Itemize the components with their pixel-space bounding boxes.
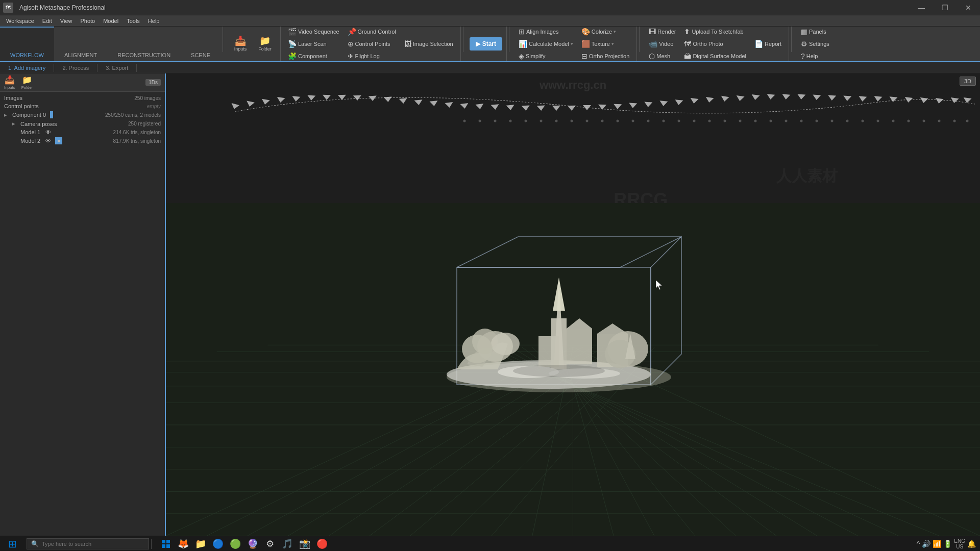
- svg-marker-11: [399, 98, 408, 104]
- control-points-button[interactable]: ⊕ Control Points: [345, 38, 399, 49]
- menu-photo[interactable]: Photo: [76, 17, 99, 25]
- menu-workspace[interactable]: Workspace: [2, 17, 38, 25]
- colorize-icon: 🎨: [581, 28, 590, 36]
- component-button[interactable]: 🧩 Component: [285, 51, 342, 62]
- colorize-button[interactable]: 🎨 Colorize ▾: [578, 26, 632, 37]
- svg-marker-20: [537, 106, 546, 111]
- help-button[interactable]: ? Help: [798, 51, 832, 62]
- svg-marker-41: [859, 96, 867, 102]
- close-button[interactable]: ✕: [957, 0, 980, 15]
- tray-network[interactable]: 📶: [933, 540, 941, 548]
- ortho-projection-button[interactable]: ⊟ Ortho Projection: [578, 51, 632, 62]
- svg-marker-25: [614, 104, 622, 110]
- tab-reconstruction[interactable]: RECONSTRUCTION: [107, 27, 181, 61]
- toolbar-divider-5: [791, 27, 792, 52]
- tray-battery[interactable]: 🔋: [943, 540, 952, 548]
- viewport-3d[interactable]: www.rrcg.cn RRCG RRCG RRCG RRCG 人人素材 人人素…: [166, 73, 980, 536]
- app-icon: 🗺: [3, 3, 13, 13]
- render-button[interactable]: 🎞 Render: [646, 26, 679, 37]
- tree-item-model1[interactable]: Model 1 👁 214.6K tris, singleton: [2, 128, 163, 136]
- calculate-model-button[interactable]: 📊 Calculate Model ▾: [516, 38, 576, 49]
- flight-log-button[interactable]: ✈ Flight Log: [345, 51, 399, 62]
- search-bar[interactable]: 🔍: [27, 538, 149, 549]
- tree-item-images[interactable]: Images 250 images: [2, 94, 163, 102]
- svg-point-50: [479, 120, 481, 122]
- svg-point-78: [908, 120, 910, 122]
- maximize-button[interactable]: ❐: [933, 0, 957, 15]
- svg-point-69: [770, 120, 772, 122]
- svg-point-80: [938, 120, 941, 122]
- sidebar-inputs-icon: 📥: [5, 75, 15, 85]
- search-input[interactable]: [42, 541, 134, 547]
- image-selection-button[interactable]: 🖼 Image Selection: [401, 38, 456, 49]
- sidebar-folder-btn[interactable]: 📁 Folder: [21, 75, 33, 90]
- tab-scene[interactable]: SCENE: [181, 27, 220, 61]
- taskbar-browser2[interactable]: 🔵: [210, 536, 226, 552]
- start-button[interactable]: ⊞: [0, 536, 24, 552]
- mesh-button[interactable]: ⬡ Mesh: [646, 51, 679, 62]
- eye-icon-model1[interactable]: 👁: [45, 129, 51, 135]
- align-images-button[interactable]: ⊞ Align Images: [516, 26, 576, 37]
- settings-button[interactable]: ⚙ Settings: [798, 38, 832, 49]
- tab-alignment[interactable]: ALIGNMENT: [54, 27, 107, 61]
- svg-point-62: [663, 120, 665, 122]
- taskbar-explorer[interactable]: 📁: [192, 536, 209, 552]
- taskbar-app3[interactable]: ⚙: [262, 536, 278, 552]
- watermark-rrcg1: RRCG: [288, 212, 342, 234]
- texture-button[interactable]: 🟫 Texture ▾: [578, 38, 632, 49]
- sidebar-inputs-btn[interactable]: 📥 Inputs: [4, 75, 15, 90]
- simplify-button[interactable]: ◈ Simplify: [516, 51, 576, 62]
- taskbar-app4[interactable]: 🎵: [279, 536, 296, 552]
- panels-button[interactable]: ▦ Panels: [798, 26, 832, 37]
- watermark-people3: 人人素材: [776, 166, 838, 187]
- watermark-rrcg4: RRCG: [736, 351, 790, 372]
- taskbar-app5[interactable]: 📸: [297, 536, 313, 552]
- digital-surface-button[interactable]: 🏔 Digital Surface Model: [681, 51, 749, 62]
- tree-item-control-points[interactable]: Control points empty: [2, 102, 163, 110]
- main-area: 📥 Inputs 📁 Folder 1Ds Images 250 images …: [0, 73, 980, 536]
- laser-icon: 📡: [288, 40, 297, 48]
- upload-sketchfab-button[interactable]: ⬆ Upload To Sketchfab: [681, 26, 749, 37]
- taskbar-app1[interactable]: 🟢: [227, 536, 243, 552]
- svg-rect-129: [567, 329, 592, 364]
- tree-item-camera-poses[interactable]: ▸ Camera poses 250 registered: [2, 119, 163, 128]
- taskbar-app2[interactable]: 🔮: [244, 536, 261, 552]
- menu-model[interactable]: Model: [99, 17, 122, 25]
- taskbar-app6[interactable]: 🔴: [314, 536, 330, 552]
- points-icon: ⊕: [348, 40, 354, 48]
- svg-marker-5: [307, 95, 316, 101]
- start-button[interactable]: ▶ Start: [470, 37, 502, 51]
- tray-action-center[interactable]: 🔔: [967, 540, 976, 548]
- ortho-photo-button[interactable]: 🗺 Ortho Photo: [681, 38, 749, 49]
- minimize-button[interactable]: —: [910, 0, 933, 15]
- folder-button[interactable]: 📁 Folder: [254, 34, 276, 54]
- menu-help[interactable]: Help: [144, 17, 164, 25]
- video-sequence-button[interactable]: 🎬 Video Sequence: [285, 26, 342, 37]
- svg-marker-29: [675, 99, 683, 106]
- tray-expand[interactable]: ^: [917, 540, 920, 548]
- ground-control-button[interactable]: 📌 Ground Control: [345, 26, 399, 37]
- svg-point-138: [513, 365, 605, 377]
- tree-item-model2[interactable]: Model 2 👁 ■ 817.9K tris, singleton: [2, 136, 163, 145]
- svg-marker-36: [782, 94, 791, 99]
- laser-scan-button[interactable]: 📡 Laser Scan: [285, 38, 342, 49]
- menu-edit[interactable]: Edit: [38, 17, 56, 25]
- tree-item-component[interactable]: ▸ Component 0 250/250 cams, 2 models: [2, 110, 163, 119]
- svg-point-51: [494, 120, 497, 122]
- inputs-button[interactable]: 📥 Inputs: [229, 34, 252, 54]
- dsm-icon: 🏔: [684, 52, 691, 60]
- svg-point-61: [647, 120, 650, 122]
- menu-view[interactable]: View: [56, 17, 77, 25]
- svg-point-55: [555, 120, 558, 122]
- svg-marker-35: [767, 94, 775, 100]
- component-indicator: [50, 111, 53, 118]
- eye-icon-model2[interactable]: 👁: [45, 138, 51, 144]
- tray-volume[interactable]: 🔊: [922, 540, 930, 548]
- svg-point-66: [724, 120, 726, 122]
- taskbar-windows-btn[interactable]: [158, 536, 174, 552]
- taskbar-firefox[interactable]: 🦊: [175, 536, 191, 552]
- video-button[interactable]: 📹 Video: [646, 38, 679, 49]
- menu-tools[interactable]: Tools: [122, 17, 144, 25]
- tab-workflow[interactable]: WORKFLOW: [0, 27, 54, 61]
- report-button[interactable]: 📄 Report: [751, 38, 785, 49]
